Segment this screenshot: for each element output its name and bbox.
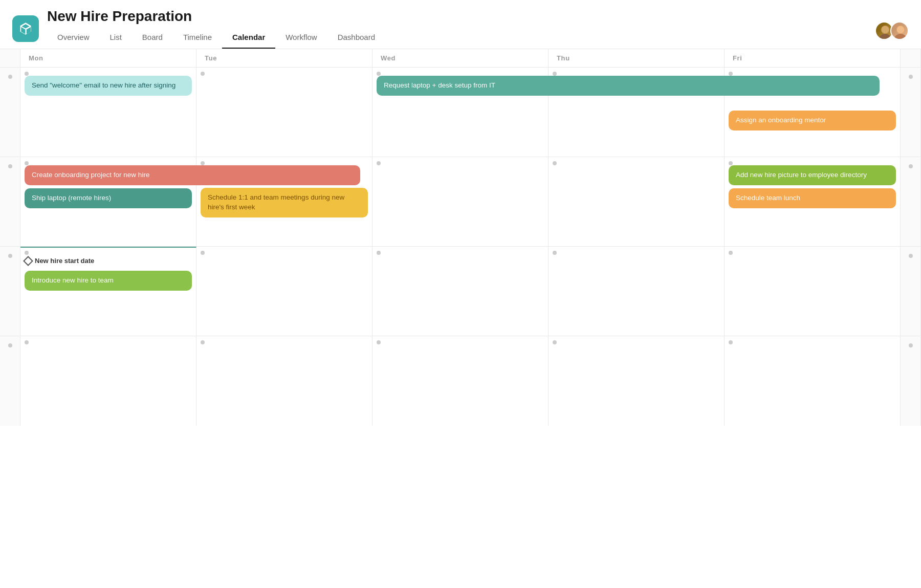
dot-r2-wed	[377, 161, 381, 165]
dot-r1-mon	[25, 72, 29, 76]
dot-r4-thu	[553, 340, 557, 344]
dot-r2-fri	[729, 161, 733, 165]
tab-list[interactable]: List	[100, 29, 132, 49]
tab-calendar[interactable]: Calendar	[222, 29, 275, 49]
dot-r1-tue	[201, 72, 205, 76]
dot-r1-left	[8, 75, 12, 79]
calendar-row-4	[0, 336, 921, 426]
side-cell-r2-right	[901, 157, 921, 246]
milestone-new-hire-start: New hire start date	[25, 255, 192, 267]
dot-r2-left	[8, 164, 12, 168]
cell-r1-mon: Send "welcome" email to new hire after s…	[20, 68, 196, 157]
avatar-2[interactable]	[890, 21, 909, 40]
task-welcome-email[interactable]: Send "welcome" email to new hire after s…	[25, 76, 192, 96]
title-nav-area: New Hire Preparation Overview List Board…	[47, 8, 875, 49]
cell-r4-tue	[196, 336, 372, 426]
side-cell-r2-left	[0, 157, 20, 246]
svg-point-1	[879, 34, 891, 40]
cell-r2-wed	[372, 157, 549, 246]
task-laptop-setup[interactable]: Request laptop + desk setup from IT	[377, 76, 880, 96]
page-title: New Hire Preparation	[47, 8, 875, 25]
cell-r3-tue	[196, 247, 372, 336]
col-header-side-left	[0, 49, 20, 67]
task-ship-laptop[interactable]: Ship laptop (remote hires)	[25, 188, 192, 208]
cell-r4-fri	[725, 336, 901, 426]
dot-r3-wed	[377, 251, 381, 255]
milestone-diamond-icon	[23, 256, 33, 266]
task-introduce-team[interactable]: Introduce new hire to team	[25, 271, 192, 291]
col-header-side-right	[901, 49, 921, 67]
calendar-headers: Mon Tue Wed Thu Fri	[0, 49, 921, 68]
tab-dashboard[interactable]: Dashboard	[327, 29, 385, 49]
svg-point-4	[894, 34, 907, 40]
side-cell-r4-left	[0, 336, 20, 426]
dot-r2-tue	[201, 161, 205, 165]
col-header-wed: Wed	[372, 49, 549, 67]
tab-timeline[interactable]: Timeline	[173, 29, 222, 49]
dot-r4-mon	[25, 340, 29, 344]
cell-r1-wed: Request laptop + desk setup from IT	[372, 68, 549, 157]
app-logo	[12, 15, 39, 42]
side-cell-r3-left	[0, 247, 20, 336]
calendar-row-2: Create onboarding project for new hire S…	[0, 157, 921, 247]
cell-r3-wed	[372, 247, 549, 336]
dot-r1-right	[909, 75, 913, 79]
dot-r3-thu	[553, 251, 557, 255]
dot-r4-left	[8, 343, 12, 347]
side-cell-r3-right	[901, 247, 921, 336]
dot-r3-fri	[729, 251, 733, 255]
tab-workflow[interactable]: Workflow	[275, 29, 327, 49]
dot-r3-left	[8, 254, 12, 258]
dot-r2-thu	[553, 161, 557, 165]
side-cell-r1-right	[901, 68, 921, 157]
cell-r4-thu	[549, 336, 725, 426]
cell-r1-tue	[196, 68, 372, 157]
app-header: New Hire Preparation Overview List Board…	[0, 0, 921, 49]
side-cell-r1-left	[0, 68, 20, 157]
svg-point-5	[897, 26, 904, 33]
cell-r3-thu	[549, 247, 725, 336]
cell-r4-wed	[372, 336, 549, 426]
col-header-fri: Fri	[725, 49, 901, 67]
side-cell-r4-right	[901, 336, 921, 426]
cell-r4-mon	[20, 336, 196, 426]
cell-r3-mon: New hire start date Introduce new hire t…	[20, 247, 196, 336]
col-header-tue: Tue	[196, 49, 372, 67]
svg-point-2	[882, 26, 889, 33]
cell-r2-thu	[549, 157, 725, 246]
logo-icon	[18, 21, 33, 36]
task-schedule-meetings[interactable]: Schedule 1:1 and team meetings during ne…	[201, 188, 368, 217]
dot-r4-fri	[729, 340, 733, 344]
avatar-2-image	[891, 23, 909, 40]
tab-overview[interactable]: Overview	[47, 29, 100, 49]
cell-r2-fri: Add new hire picture to employee directo…	[725, 157, 901, 246]
dot-r4-tue	[201, 340, 205, 344]
user-avatars	[875, 17, 909, 40]
task-team-lunch[interactable]: Schedule team lunch	[729, 188, 896, 208]
col-header-mon: Mon	[20, 49, 196, 67]
cell-r3-fri	[725, 247, 901, 336]
dot-r3-tue	[201, 251, 205, 255]
dot-r1-wed	[377, 72, 381, 76]
calendar-container: Mon Tue Wed Thu Fri Send "welcome" email…	[0, 49, 921, 426]
tab-board[interactable]: Board	[132, 29, 173, 49]
dot-r3-right	[909, 254, 913, 258]
calendar-row-3: New hire start date Introduce new hire t…	[0, 247, 921, 336]
dot-r2-mon	[25, 161, 29, 165]
dot-r2-right	[909, 164, 913, 168]
dot-r4-right	[909, 343, 913, 347]
dot-r4-wed	[377, 340, 381, 344]
task-onboarding-project[interactable]: Create onboarding project for new hire	[25, 165, 360, 185]
nav-tabs: Overview List Board Timeline Calendar Wo…	[47, 29, 875, 49]
dot-r1-fri	[729, 72, 733, 76]
task-employee-directory[interactable]: Add new hire picture to employee directo…	[729, 165, 896, 185]
task-onboarding-mentor[interactable]: Assign an onboarding mentor	[729, 111, 896, 130]
cell-r2-mon: Create onboarding project for new hire S…	[20, 157, 196, 246]
milestone-label: New hire start date	[35, 257, 94, 265]
col-header-thu: Thu	[549, 49, 725, 67]
dot-r1-thu	[553, 72, 557, 76]
calendar-row-1: Send "welcome" email to new hire after s…	[0, 68, 921, 157]
dot-r3-mon	[25, 251, 29, 255]
